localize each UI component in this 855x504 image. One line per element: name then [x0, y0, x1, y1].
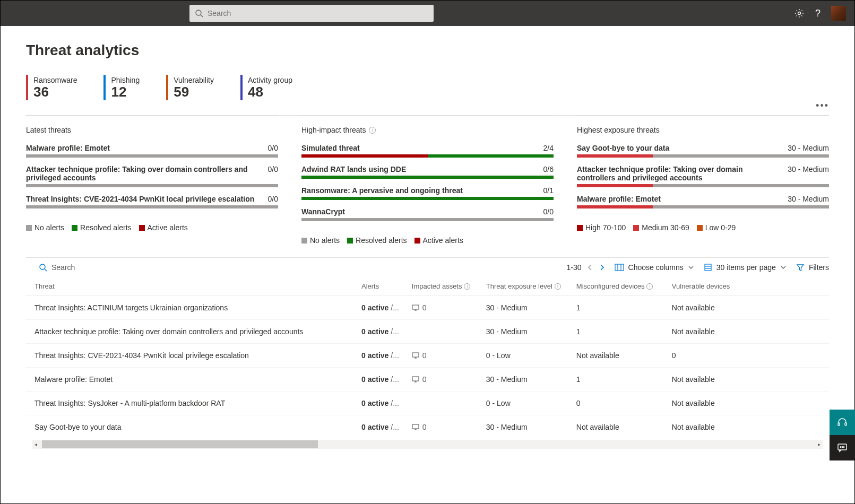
- panel-legend: No alertsResolved alertsActive alerts: [301, 236, 554, 245]
- feedback-chat-button[interactable]: [830, 435, 855, 460]
- info-icon[interactable]: i: [646, 283, 653, 290]
- threat-name: WannaCrypt: [301, 207, 537, 216]
- legend-item: Resolved alerts: [72, 223, 132, 232]
- columns-icon: [615, 263, 624, 272]
- info-icon[interactable]: i: [464, 283, 470, 290]
- threat-value: 0/0: [268, 195, 278, 203]
- filter-icon: [796, 263, 805, 272]
- column-header[interactable]: Misconfigured devicesi: [570, 277, 666, 296]
- threat-name: Say Goot-bye to your data: [577, 144, 781, 152]
- table-row[interactable]: Threat Insights: SysJoker - A multi-plat…: [26, 392, 829, 415]
- threat-name: Malware profile: Emotet: [26, 144, 262, 152]
- impacted-assets: 0: [412, 423, 473, 431]
- cell-misconfigured: Not available: [570, 344, 666, 368]
- info-icon[interactable]: i: [369, 127, 376, 134]
- settings-icon[interactable]: [794, 8, 805, 19]
- chevron-down-icon: [780, 264, 787, 271]
- threat-value: 30 - Medium: [788, 165, 829, 173]
- threat-item[interactable]: Threat Insights: CVE-2021-4034 PwnKit lo…: [26, 195, 278, 208]
- threat-value: 30 - Medium: [788, 144, 829, 152]
- threat-name: Attacker technique profile: Taking over …: [26, 165, 262, 182]
- threat-item[interactable]: Attacker technique profile: Taking over …: [577, 165, 829, 187]
- items-per-page-label: 30 items per page: [716, 263, 776, 272]
- stats-row: Ransomware 36 Phishing 12 Vulnerability …: [26, 75, 829, 100]
- column-header[interactable]: Alerts: [355, 277, 405, 296]
- filters-label: Filters: [809, 263, 829, 272]
- more-button[interactable]: •••: [816, 100, 829, 111]
- pager-next[interactable]: [599, 264, 605, 271]
- column-header[interactable]: Threat: [26, 277, 355, 296]
- legend-item: Active alerts: [139, 223, 188, 232]
- threat-bar: [577, 154, 829, 158]
- stat-card[interactable]: Ransomware 36: [26, 75, 77, 100]
- avatar[interactable]: [831, 6, 846, 21]
- threat-item[interactable]: Malware profile: Emotet 0/0: [26, 144, 278, 158]
- global-search[interactable]: [189, 5, 434, 22]
- cell-threat: Attacker technique profile: Taking over …: [26, 320, 355, 344]
- threat-item[interactable]: WannaCrypt 0/0: [301, 207, 554, 221]
- table-row[interactable]: Say Goot-bye to your data 0 active /... …: [26, 415, 829, 439]
- table-row[interactable]: Attacker technique profile: Taking over …: [26, 320, 829, 344]
- svg-point-27: [842, 447, 843, 448]
- legend-item: Medium 30-69: [633, 223, 689, 232]
- choose-columns[interactable]: Choose columns: [615, 263, 694, 272]
- stat-label: Phishing: [111, 76, 140, 84]
- svg-rect-14: [412, 353, 419, 357]
- column-header[interactable]: Impacted assetsi: [405, 277, 480, 296]
- threat-item[interactable]: Attacker technique profile: Taking over …: [26, 165, 278, 187]
- cell-threat: Malware profile: Emotet: [26, 368, 355, 392]
- cell-vulnerable: Not available: [666, 320, 829, 344]
- legend-item: No alerts: [301, 236, 340, 245]
- horizontal-scrollbar[interactable]: ◂ ▸: [32, 440, 823, 449]
- cell-alerts: 0 active /...: [355, 344, 405, 368]
- stat-color-bar: [26, 75, 28, 100]
- table-row[interactable]: Malware profile: Emotet 0 active /... 0 …: [26, 368, 829, 392]
- table-scroll[interactable]: ThreatAlertsImpacted assetsiThreat expos…: [26, 277, 829, 440]
- global-search-input[interactable]: [208, 9, 428, 18]
- column-header[interactable]: Vulnerable devices: [666, 277, 829, 296]
- threat-item[interactable]: Say Goot-bye to your data 30 - Medium: [577, 144, 829, 158]
- cell-vulnerable: Not available: [666, 368, 829, 392]
- filters-button[interactable]: Filters: [796, 263, 829, 272]
- threat-item[interactable]: Simulated threat 2/4: [301, 144, 554, 158]
- panel-title: Highest exposure threats: [577, 126, 660, 134]
- cell-threat: Say Goot-bye to your data: [26, 415, 355, 439]
- page-title: Threat analytics: [26, 42, 829, 59]
- threat-item[interactable]: Malware profile: Emotet 30 - Medium: [577, 195, 829, 208]
- svg-point-0: [196, 10, 201, 15]
- chevron-down-icon: [688, 264, 694, 271]
- svg-point-3: [40, 264, 45, 270]
- cell-assets: 0: [405, 368, 480, 392]
- stat-card[interactable]: Activity group 48: [240, 75, 292, 100]
- cell-threat: Threat Insights: ACTINIUM targets Ukrain…: [26, 296, 355, 320]
- stat-card[interactable]: Phishing 12: [103, 75, 140, 100]
- threat-bar: [301, 154, 554, 158]
- table-row[interactable]: Threat Insights: CVE-2021-4034 PwnKit lo…: [26, 344, 829, 368]
- table-search[interactable]: Search: [39, 263, 75, 272]
- cell-threat: Threat Insights: SysJoker - A multi-plat…: [26, 392, 355, 415]
- stat-card[interactable]: Vulnerability 59: [166, 75, 214, 100]
- stat-value: 59: [174, 84, 214, 100]
- panel-title: High-impact threats: [301, 126, 366, 134]
- threat-bar: [577, 184, 829, 187]
- column-header[interactable]: Threat exposure leveli: [480, 277, 570, 296]
- cell-exposure: 30 - Medium: [480, 415, 570, 439]
- table-row[interactable]: Threat Insights: ACTINIUM targets Ukrain…: [26, 296, 829, 320]
- threat-bar: [26, 205, 278, 208]
- threat-value: 0/0: [268, 165, 278, 173]
- feedback-headset-button[interactable]: [830, 410, 855, 435]
- threat-value: 0/1: [543, 186, 554, 195]
- threat-item[interactable]: Ransomware: A pervasive and ongoing thre…: [301, 186, 554, 200]
- cell-assets: [405, 392, 480, 415]
- svg-rect-11: [412, 305, 419, 309]
- svg-rect-5: [615, 264, 624, 271]
- svg-line-4: [45, 269, 47, 271]
- threat-item[interactable]: Adwind RAT lands using DDE 0/6: [301, 165, 554, 179]
- info-icon[interactable]: i: [555, 283, 561, 290]
- stat-label: Ransomware: [33, 76, 77, 84]
- items-per-page[interactable]: 30 items per page: [704, 263, 787, 272]
- help-icon[interactable]: ?: [815, 8, 821, 19]
- legend-item: Resolved alerts: [347, 236, 407, 245]
- pager-prev[interactable]: [587, 264, 593, 271]
- svg-point-2: [798, 12, 800, 15]
